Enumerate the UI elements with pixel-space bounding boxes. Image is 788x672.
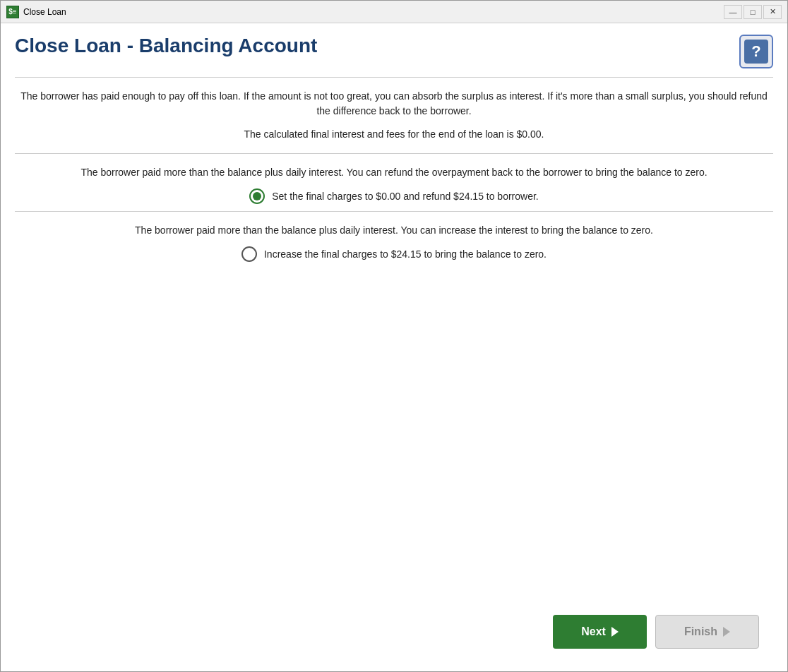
spacer: [15, 269, 773, 604]
minimize-button[interactable]: —: [724, 5, 742, 19]
main-window: $≡ Close Loan — □ ✕ Close Loan - Balanci…: [0, 0, 788, 672]
help-button[interactable]: ?: [739, 35, 773, 68]
intro-text1: The borrower has paid enough to pay off …: [15, 89, 773, 119]
footer: Next Finish: [15, 604, 773, 660]
option1-radio[interactable]: [249, 188, 265, 204]
option1-section: The borrower paid more than the balance …: [15, 165, 773, 211]
restore-button[interactable]: □: [744, 5, 762, 19]
finish-button: Finish: [655, 615, 759, 649]
close-button[interactable]: ✕: [763, 5, 782, 19]
option2-radio-row: Increase the final charges to $24.15 to …: [15, 246, 773, 262]
intro-section: The borrower has paid enough to pay off …: [15, 89, 773, 153]
option2-section: The borrower paid more than the balance …: [15, 223, 773, 269]
section1-divider: [15, 153, 773, 154]
app-icon: $≡: [6, 6, 19, 18]
option1-label: Set the final charges to $0.00 and refun…: [272, 191, 538, 202]
window-controls: — □ ✕: [724, 5, 782, 19]
header-row: Close Loan - Balancing Account ?: [15, 35, 773, 68]
option2-label: Increase the final charges to $24.15 to …: [264, 248, 547, 260]
page-title: Close Loan - Balancing Account: [15, 35, 317, 57]
title-bar: $≡ Close Loan — □ ✕: [1, 1, 787, 23]
option2-description: The borrower paid more than the balance …: [15, 223, 773, 238]
header-divider: [15, 77, 773, 78]
help-icon: ?: [744, 40, 768, 64]
option2-radio[interactable]: [241, 246, 257, 262]
next-arrow-icon: [611, 627, 619, 637]
next-button[interactable]: Next: [553, 615, 647, 649]
content-area: Close Loan - Balancing Account ? The bor…: [1, 23, 787, 671]
option1-description: The borrower paid more than the balance …: [15, 165, 773, 180]
window-title: Close Loan: [23, 7, 724, 17]
section2-divider: [15, 211, 773, 212]
option1-radio-row: Set the final charges to $0.00 and refun…: [15, 188, 773, 204]
finish-arrow-icon: [723, 627, 730, 637]
intro-text2: The calculated final interest and fees f…: [15, 127, 773, 142]
